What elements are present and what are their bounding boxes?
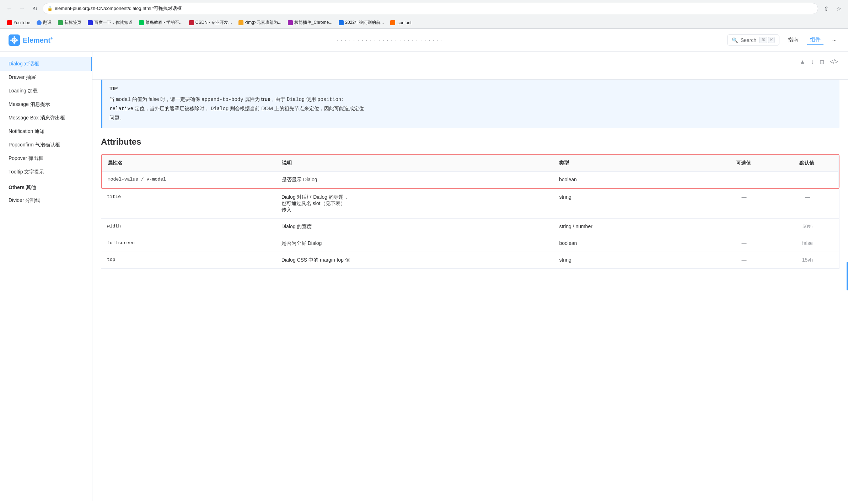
bookmark-item[interactable]: 新标签页 — [55, 18, 84, 27]
nav-link-components[interactable]: 组件 — [807, 35, 823, 45]
bookmark-item[interactable]: 菜鸟教程 - 学的不... — [136, 18, 186, 27]
search-box[interactable]: 🔍 Search ⌘ K — [727, 34, 780, 45]
bookmark-item[interactable]: <img>元素底部为... — [236, 18, 284, 27]
bookmark-item[interactable]: 2022年被问到的前... — [336, 18, 387, 27]
sidebar-item-drawer[interactable]: Drawer 抽屉 — [0, 71, 92, 84]
col-header-default: 默认值 — [775, 155, 838, 171]
table-header-row: 属性名 说明 类型 可选值 默认值 — [102, 155, 839, 171]
sidebar-item-messagebox[interactable]: Message Box 消息弹出框 — [0, 111, 92, 125]
attr-default-model-value: — — [775, 171, 838, 188]
sidebar-item-loading[interactable]: Loading 加载 — [0, 84, 92, 98]
nav-right: 🔍 Search ⌘ K 指南 组件 ··· — [727, 34, 839, 45]
nav-dots: · · · · · · · · · · · · · · · · · · · · … — [337, 37, 443, 43]
highlighted-table-wrapper: 属性名 说明 类型 可选值 默认值 model-value / v-model … — [101, 154, 839, 189]
back-button[interactable]: ← — [4, 4, 14, 14]
tip-code-position: position: — [317, 97, 344, 102]
share-button[interactable]: ⇧ — [821, 4, 831, 14]
attr-default-fullscreen: false — [776, 235, 839, 252]
sidebar-group-title-others: Others 其他 — [0, 179, 92, 194]
bookmark-favicon — [58, 20, 63, 25]
reload-button[interactable]: ↻ — [30, 4, 40, 14]
bookmark-label: 百度一下，你就知道 — [94, 20, 133, 26]
attr-desc-top: Dialog CSS 中的 margin-top 值 — [276, 252, 554, 268]
page: Element+ · · · · · · · · · · · · · · · ·… — [0, 29, 848, 501]
preview-toolbar: ▲ ↕ ⊡ </> — [798, 57, 839, 67]
kbd-cmd: ⌘ — [759, 37, 767, 43]
sidebar-item-tooltip[interactable]: Tooltip 文字提示 — [0, 165, 92, 179]
lock-icon: 🔒 — [47, 6, 53, 11]
bookmark-item[interactable]: YouTube — [4, 19, 33, 26]
search-label: Search — [741, 37, 756, 43]
attr-optional-model-value: — — [712, 171, 775, 188]
preview-tool-code[interactable]: </> — [828, 57, 839, 67]
bookmark-item[interactable]: CSDN - 专业开发... — [186, 18, 235, 27]
tip-code-relative: relative — [109, 106, 133, 112]
col-header-name: 属性名 — [102, 155, 276, 171]
top-nav: Element+ · · · · · · · · · · · · · · · ·… — [0, 29, 848, 52]
bookmark-button[interactable]: ☆ — [834, 4, 844, 14]
bookmarks-bar: YouTube翻译新标签页百度一下，你就知道菜鸟教程 - 学的不...CSDN … — [0, 17, 848, 28]
kbd-k: K — [768, 37, 775, 43]
attr-desc-width: Dialog 的宽度 — [276, 218, 554, 235]
content-area: Dialog 对话框Drawer 抽屉Loading 加载Message 消息提… — [0, 52, 848, 501]
bookmark-label: YouTube — [14, 20, 30, 25]
bookmark-label: 新标签页 — [64, 20, 81, 26]
bookmark-label: 菜鸟教程 - 学的不... — [145, 20, 183, 26]
forward-button[interactable]: → — [17, 4, 27, 14]
bookmark-label: CSDN - 专业开发... — [195, 20, 232, 26]
bookmark-label: 2022年被问到的前... — [345, 20, 384, 26]
bookmark-item[interactable]: 极简插件_Chrome... — [285, 18, 335, 27]
attr-desc-fullscreen: 是否为全屏 Dialog — [276, 235, 554, 252]
sidebar-item-message[interactable]: Message 消息提示 — [0, 98, 92, 111]
attr-optional-title: — — [712, 189, 776, 219]
table-row: top Dialog CSS 中的 margin-top 值 string — … — [101, 252, 839, 268]
attr-name-top: top — [101, 252, 276, 268]
tip-title: TIP — [109, 85, 832, 91]
nav-link-more[interactable]: ··· — [829, 36, 839, 44]
logo-text: Element+ — [23, 36, 53, 44]
attr-optional-top: — — [712, 252, 776, 268]
scroll-indicator — [847, 262, 848, 290]
attr-default-width: 50% — [776, 218, 839, 235]
tip-box: TIP 当 modal 的值为 false 时，请一定要确保 append-to… — [101, 80, 839, 128]
logo-icon — [9, 34, 20, 46]
sidebar-item-popover[interactable]: Popover 弹出框 — [0, 152, 92, 165]
table-row: width Dialog 的宽度 string / number — 50% — [101, 218, 839, 235]
attr-optional-width: — — [712, 218, 776, 235]
bookmark-favicon — [139, 20, 144, 25]
attr-name-model-value: model-value / v-model — [102, 171, 276, 188]
attr-default-top: 15vh — [776, 252, 839, 268]
bookmark-item[interactable]: 百度一下，你就知道 — [85, 18, 135, 27]
attr-name-title: title — [101, 189, 276, 219]
bookmark-item[interactable]: iconfont — [387, 19, 414, 26]
bookmark-favicon — [7, 20, 12, 25]
attr-type-model-value: boolean — [553, 171, 712, 188]
preview-tool-refresh[interactable]: ↕ — [810, 57, 815, 67]
nav-center: · · · · · · · · · · · · · · · · · · · · … — [53, 37, 727, 43]
tip-code-modal: modal — [116, 97, 131, 102]
sidebar-item-divider[interactable]: Divider 分割线 — [0, 194, 92, 207]
col-header-description: 说明 — [276, 155, 553, 171]
browser-chrome: ← → ↻ 🔒 element-plus.org/zh-CN/component… — [0, 0, 848, 29]
nav-link-guide[interactable]: 指南 — [785, 35, 801, 45]
sidebar-item-notification[interactable]: Notification 通知 — [0, 125, 92, 138]
address-bar[interactable]: 🔒 element-plus.org/zh-CN/component/dialo… — [43, 3, 818, 14]
col-header-optional: 可选值 — [712, 155, 775, 171]
tip-code-append: append-to-body — [202, 97, 243, 102]
sidebar-item-dialog[interactable]: Dialog 对话框 — [0, 57, 92, 71]
table-row: fullscreen 是否为全屏 Dialog boolean — false — [101, 235, 839, 252]
preview-tool-copy[interactable]: ⊡ — [818, 57, 826, 67]
attributes-title: Attributes — [101, 137, 839, 147]
preview-tool-dark[interactable]: ▲ — [798, 57, 807, 67]
attr-desc-model-value: 是否显示 Dialog — [276, 171, 553, 188]
bookmark-favicon — [37, 20, 42, 25]
bookmark-favicon — [88, 20, 93, 25]
logo[interactable]: Element+ — [9, 34, 53, 46]
bookmark-item[interactable]: 翻译 — [34, 18, 54, 27]
bookmark-favicon — [339, 20, 344, 25]
preview-area: ▲ ↕ ⊡ </> — [92, 52, 848, 80]
search-kbd: ⌘ K — [759, 37, 775, 43]
tip-strong-true: true — [261, 96, 270, 102]
sidebar-item-popconfirm[interactable]: Popconfirm 气泡确认框 — [0, 138, 92, 152]
attr-optional-fullscreen: — — [712, 235, 776, 252]
